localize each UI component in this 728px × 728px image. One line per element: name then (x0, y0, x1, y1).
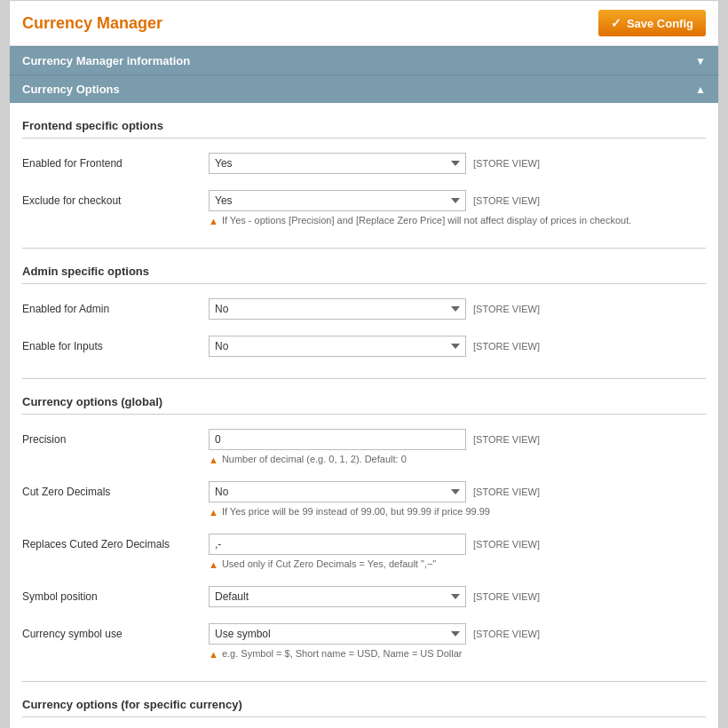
symbol-position-field-wrap: Default Before After [STORE VIEW] (209, 586, 706, 607)
content-area: Frontend specific options Enabled for Fr… (10, 103, 718, 728)
enabled-admin-store-view[interactable]: [STORE VIEW] (473, 304, 540, 314)
replaces-field-row: [STORE VIEW] (209, 534, 706, 555)
precision-row: Precision [STORE VIEW] ▲ Number of decim… (22, 425, 706, 469)
enabled-frontend-select[interactable]: Yes No (209, 153, 466, 174)
precision-store-view[interactable]: [STORE VIEW] (473, 434, 540, 445)
cut-zero-field-wrap: No Yes [STORE VIEW] ▲ If Yes price will … (209, 481, 706, 518)
precision-field-row: [STORE VIEW] (209, 429, 706, 450)
replaces-input[interactable] (209, 534, 466, 555)
cut-zero-field-row: No Yes [STORE VIEW] (209, 481, 706, 502)
save-icon: ✓ (611, 16, 621, 30)
specific-options-group: Currency options (for specific currency)… (22, 682, 706, 728)
exclude-checkout-row: Exclude for checkout Yes No [STORE VIEW]… (22, 186, 706, 230)
frontend-group-title: Frontend specific options (22, 119, 706, 138)
enable-inputs-field-wrap: No Yes [STORE VIEW] (209, 336, 706, 357)
cut-zero-store-view[interactable]: [STORE VIEW] (473, 487, 540, 497)
exclude-checkout-select[interactable]: Yes No (209, 190, 466, 211)
hint-icon-currency-symbol: ▲ (209, 649, 218, 660)
enabled-frontend-store-view[interactable]: [STORE VIEW] (473, 158, 540, 169)
enable-inputs-store-view[interactable]: [STORE VIEW] (473, 341, 540, 352)
replaces-store-view[interactable]: [STORE VIEW] (473, 539, 540, 550)
precision-field-wrap: [STORE VIEW] ▲ Number of decimal (e.g. 0… (209, 429, 706, 465)
frontend-options-group: Frontend specific options Enabled for Fr… (22, 103, 706, 248)
cut-zero-row: Cut Zero Decimals No Yes [STORE VIEW] ▲ … (22, 478, 706, 521)
replaces-label: Replaces Cuted Zero Decimals (22, 534, 209, 550)
global-group-title: Currency options (global) (22, 395, 706, 415)
symbol-position-select[interactable]: Default Before After (209, 586, 466, 607)
page-wrapper: Currency Manager ✓ Save Config Currency … (9, 0, 719, 728)
currency-symbol-label: Currency symbol use (22, 623, 209, 640)
currency-symbol-store-view[interactable]: [STORE VIEW] (473, 629, 540, 639)
hint-icon-precision: ▲ (209, 455, 218, 465)
enabled-admin-select[interactable]: No Yes (209, 298, 466, 320)
section-header-info[interactable]: Currency Manager information ▼ (10, 46, 718, 75)
enable-inputs-field-row: No Yes [STORE VIEW] (209, 336, 706, 357)
cut-zero-hint: ▲ If Yes price will be 99 instead of 99.… (209, 506, 706, 518)
replaces-row: Replaces Cuted Zero Decimals [STORE VIEW… (22, 530, 706, 574)
exclude-checkout-hint: ▲ If Yes - options [Precision] and [Repl… (209, 215, 706, 226)
page-title: Currency Manager (22, 14, 162, 33)
currency-symbol-hint: ▲ e.g. Symbol = $, Short name = USD, Nam… (209, 648, 706, 660)
hint-icon-replaces: ▲ (209, 559, 218, 570)
global-options-group: Currency options (global) Precision [STO… (22, 379, 706, 681)
exclude-checkout-field-wrap: Yes No [STORE VIEW] ▲ If Yes - options [… (209, 190, 706, 226)
save-config-button[interactable]: ✓ Save Config (598, 10, 706, 36)
enabled-frontend-label: Enabled for Frontend (22, 153, 209, 170)
symbol-position-row: Symbol position Default Before After [ST… (22, 582, 706, 611)
exclude-checkout-store-view[interactable]: [STORE VIEW] (473, 195, 540, 206)
cut-zero-select[interactable]: No Yes (209, 481, 466, 502)
replaces-hint: ▲ Used only if Cut Zero Decimals = Yes, … (209, 558, 706, 570)
enable-inputs-label: Enable for Inputs (22, 336, 209, 352)
enable-inputs-row: Enable for Inputs No Yes [STORE VIEW] (22, 332, 706, 360)
toggle-down-icon: ▼ (695, 55, 706, 67)
enabled-frontend-field-wrap: Yes No [STORE VIEW] (209, 153, 706, 174)
currency-symbol-field-wrap: Use symbol Use short name Use name [STOR… (209, 623, 706, 660)
currency-symbol-select[interactable]: Use symbol Use short name Use name (209, 623, 466, 645)
precision-label: Precision (22, 429, 209, 446)
section-header-options[interactable]: Currency Options ▲ (10, 75, 718, 103)
precision-input[interactable] (209, 429, 466, 450)
page-header: Currency Manager ✓ Save Config (10, 1, 718, 46)
enabled-frontend-row: Enabled for Frontend Yes No [STORE VIEW] (22, 149, 706, 178)
exclude-checkout-field-row: Yes No [STORE VIEW] (209, 190, 706, 211)
exclude-checkout-label: Exclude for checkout (22, 190, 209, 207)
precision-hint: ▲ Number of decimal (e.g. 0, 1, 2). Defa… (209, 454, 706, 465)
symbol-position-field-row: Default Before After [STORE VIEW] (209, 586, 706, 607)
enabled-admin-field-row: No Yes [STORE VIEW] (209, 298, 706, 320)
enabled-admin-row: Enabled for Admin No Yes [STORE VIEW] (22, 295, 706, 323)
cut-zero-label: Cut Zero Decimals (22, 481, 209, 498)
hint-icon-cut-zero: ▲ (209, 507, 218, 518)
currency-symbol-row: Currency symbol use Use symbol Use short… (22, 620, 706, 663)
hint-icon: ▲ (209, 216, 218, 226)
symbol-position-label: Symbol position (22, 586, 209, 603)
enable-inputs-select[interactable]: No Yes (209, 336, 466, 357)
specific-group-title: Currency options (for specific currency) (22, 698, 706, 717)
toggle-up-icon: ▲ (695, 83, 706, 96)
replaces-field-wrap: [STORE VIEW] ▲ Used only if Cut Zero Dec… (209, 534, 706, 570)
symbol-position-store-view[interactable]: [STORE VIEW] (473, 591, 540, 602)
admin-group-title: Admin specific options (22, 265, 706, 284)
enabled-frontend-field-row: Yes No [STORE VIEW] (209, 153, 706, 174)
currency-symbol-field-row: Use symbol Use short name Use name [STOR… (209, 623, 706, 645)
admin-options-group: Admin specific options Enabled for Admin… (22, 249, 706, 378)
enabled-admin-field-wrap: No Yes [STORE VIEW] (209, 298, 706, 320)
enabled-admin-label: Enabled for Admin (22, 298, 209, 315)
